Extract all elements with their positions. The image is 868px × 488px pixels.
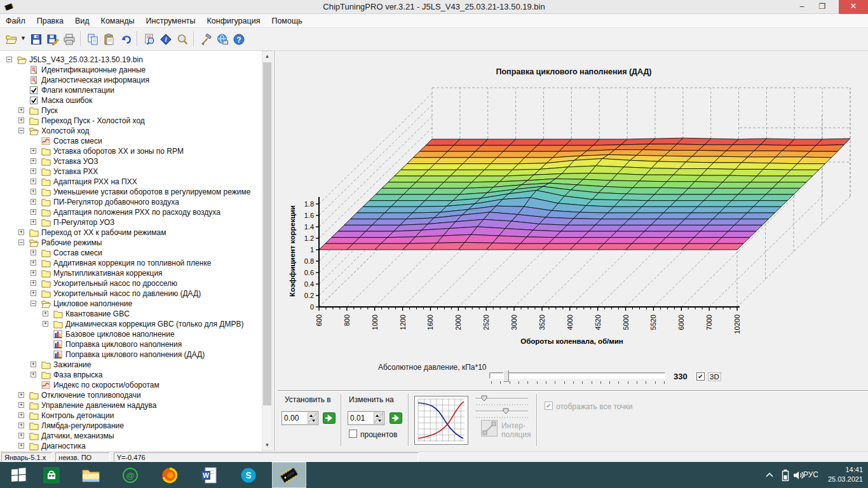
tree-item[interactable]: +Отключение топливоподачи (0, 390, 261, 400)
tree-item[interactable]: Индекс по скорости/оборотам (0, 380, 261, 390)
collapse-icon[interactable]: – (6, 57, 12, 62)
tree-item[interactable]: +ПИ-Регулятор добавочного воздуха (0, 197, 261, 207)
open-file-button[interactable] (3, 30, 19, 47)
tree-item[interactable]: –Холостой ход (0, 126, 261, 136)
tree-item[interactable]: +Ускорительный насос по давлению (ДАД) (0, 288, 261, 299)
expand-icon[interactable]: + (31, 280, 36, 286)
tree-item[interactable]: +Зажигание (0, 360, 261, 370)
expand-icon[interactable]: + (18, 229, 24, 235)
tree-item[interactable]: Состав смеси (0, 136, 261, 146)
interpolation-button[interactable] (481, 420, 498, 437)
tree-item[interactable]: +Переход от ХХ к рабочим режимам (0, 227, 261, 238)
tree-item[interactable]: Флаги комплектации (0, 85, 261, 95)
tree-item[interactable]: +Динамическая коррекция GBC (только для … (0, 319, 261, 329)
tree-item[interactable]: –J5LS_V43_25.03.21-13.50.19.bin (0, 55, 261, 65)
expand-icon[interactable]: + (31, 219, 36, 225)
tree-item[interactable]: +Управление давлением наддува (0, 400, 261, 410)
menu-вид[interactable]: Вид (69, 14, 95, 27)
tree-item[interactable]: +Мультипликативная коррекция (0, 268, 261, 278)
tree-item[interactable]: +Фаза впрыска (0, 370, 261, 380)
tree-item[interactable]: +Адаптация РХХ на ПХХ (0, 177, 261, 187)
tree-item[interactable]: +Датчики, механизмы (0, 431, 261, 441)
close-button[interactable]: ✕ (839, 0, 868, 14)
expand-icon[interactable]: + (31, 362, 36, 367)
start-taskbar-button[interactable] (3, 462, 34, 488)
expand-icon[interactable]: + (31, 290, 36, 296)
surface-mesh[interactable] (319, 138, 850, 250)
tree-item[interactable]: +Пуск (0, 105, 261, 116)
curve-editor-button[interactable] (414, 396, 468, 445)
menu-файл[interactable]: Файл (0, 14, 31, 27)
set-to-spinbox[interactable] (281, 411, 318, 425)
tree-item[interactable]: +Переход Пуск - Холостой ход (0, 116, 261, 126)
set-to-input[interactable] (284, 414, 307, 423)
expand-icon[interactable]: + (31, 209, 36, 215)
change-by-spinbox[interactable] (348, 411, 384, 425)
tree-item[interactable]: +Адаптация положения РХХ по расходу возд… (0, 207, 261, 217)
store-taskbar-button[interactable] (36, 462, 67, 488)
expand-icon[interactable]: + (31, 372, 36, 377)
expand-icon[interactable]: + (31, 189, 36, 194)
tree-item[interactable]: Базовое цикловое наполнение (0, 329, 261, 339)
battery-icon[interactable] (782, 469, 789, 488)
print-button[interactable] (60, 30, 77, 47)
tree-item[interactable]: +Ускорительный насос по дросселю (0, 278, 261, 288)
spin-arrows-icon[interactable] (374, 412, 383, 424)
tree-item[interactable]: +Лямбда-регулирование (0, 421, 261, 431)
percent-checkbox[interactable] (349, 430, 357, 438)
undo-button[interactable] (117, 30, 133, 47)
save-button[interactable] (27, 30, 44, 47)
expand-icon[interactable]: + (18, 433, 24, 438)
scroll-down-arrow[interactable]: ▼ (262, 440, 272, 451)
spin-arrows-icon[interactable] (308, 412, 317, 424)
expand-icon[interactable]: + (31, 168, 36, 174)
clock[interactable]: 14:41 25.03.2021 (828, 465, 863, 484)
pressure-slider-thumb[interactable] (503, 370, 509, 382)
3d-checkbox[interactable]: ✔ (696, 372, 705, 381)
menu-помощь[interactable]: Помощь (266, 14, 308, 27)
tree-item[interactable]: Идентификационные данные (0, 65, 261, 75)
copy-button[interactable] (84, 30, 100, 47)
apply-set-button[interactable] (323, 412, 336, 424)
tree-item[interactable]: +Уставка УОЗ (0, 156, 261, 166)
tree-item[interactable]: +Уменьшение уставки оборотов в регулируе… (0, 187, 261, 197)
menu-команды[interactable]: Команды (95, 14, 140, 27)
expand-icon[interactable]: + (31, 270, 36, 276)
pressure-slider-track[interactable] (489, 372, 665, 379)
3d-checkbox-label[interactable]: 3D (708, 372, 721, 381)
tree-item[interactable]: Диагностическая информация (0, 75, 261, 85)
apply-change-button[interactable] (390, 412, 402, 424)
tree-scrollbar[interactable]: ▲ ▼ (262, 51, 273, 451)
expand-icon[interactable]: + (43, 311, 48, 316)
search-button[interactable] (173, 30, 190, 47)
language-indicator[interactable]: РУС (803, 470, 818, 479)
expand-icon[interactable]: + (31, 250, 36, 255)
explorer-taskbar-button[interactable] (75, 462, 107, 488)
tree-item[interactable]: +Состав смеси (0, 248, 261, 258)
save-as-button[interactable] (44, 30, 60, 47)
restore-button[interactable]: ❐ (813, 0, 831, 14)
collapse-icon[interactable]: – (18, 240, 24, 245)
minimize-button[interactable]: – (793, 0, 811, 14)
tree-item[interactable]: +П-Регулятор УОЗ (0, 217, 261, 227)
skype-taskbar-button[interactable]: S (233, 462, 264, 488)
tray-expand-icon[interactable] (765, 471, 774, 488)
tree-item[interactable]: Поправка циклового наполнения (ДАД) (0, 349, 261, 360)
mail-taskbar-button[interactable]: @ (114, 462, 146, 488)
menu-правка[interactable]: Правка (31, 14, 69, 27)
paste-button[interactable] (100, 30, 117, 47)
tree-item[interactable]: +Уставка оборотов ХХ и зоны по RPM (0, 146, 261, 156)
expand-icon[interactable]: + (18, 423, 24, 428)
preview-button[interactable] (140, 30, 157, 47)
firefox-taskbar-button[interactable] (154, 462, 186, 488)
expand-icon[interactable]: + (31, 148, 36, 154)
tree-item[interactable]: –Цикловое наполнение (0, 299, 261, 309)
expand-icon[interactable]: + (18, 443, 24, 449)
internet-button[interactable] (214, 30, 230, 47)
change-by-input[interactable] (350, 414, 373, 423)
expand-icon[interactable]: + (31, 179, 36, 184)
open-dropdown[interactable]: ▼ (19, 30, 27, 47)
expand-icon[interactable]: + (43, 321, 48, 327)
tree-item[interactable]: +Уставка РХХ (0, 166, 261, 177)
tree-item[interactable]: +Аддитивная коррекция по топливной пленк… (0, 258, 261, 268)
